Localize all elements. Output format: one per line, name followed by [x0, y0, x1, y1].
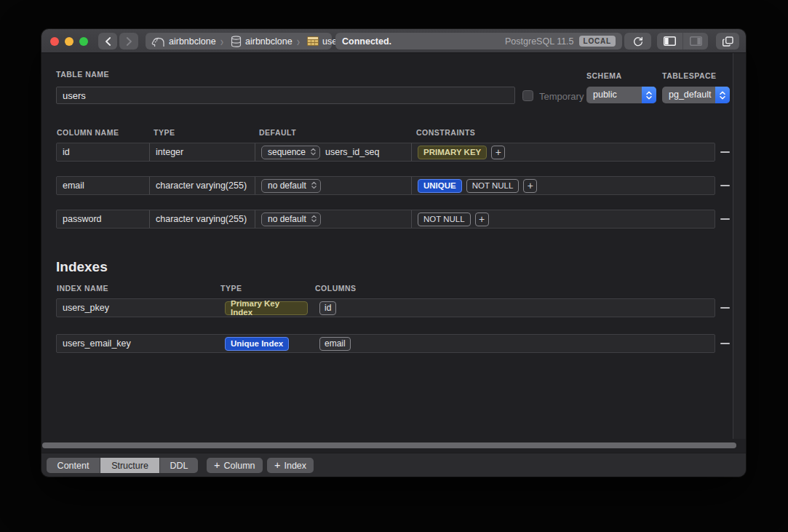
column-row: email character varying(255) no default …	[56, 176, 715, 195]
column-name-cell[interactable]: id	[57, 143, 150, 161]
index-row: users_email_key Unique Index email	[56, 334, 715, 353]
stepper-icon	[311, 181, 317, 189]
default-sequence-name[interactable]: users_id_seq	[325, 147, 379, 157]
stepper-icon	[642, 87, 656, 103]
windows-overlap-icon	[723, 36, 733, 47]
toggle-right-sidebar-button[interactable]	[682, 33, 708, 49]
plus-icon: +	[496, 147, 501, 157]
server-version: PostgreSQL 11.5	[505, 36, 574, 47]
postgres-elephant-icon	[151, 36, 165, 47]
index-type-badge: Unique Index	[225, 337, 289, 351]
default-kind-value: no default	[268, 180, 306, 191]
add-constraint-button[interactable]: +	[523, 179, 537, 193]
constraint-badge-not-null[interactable]: NOT NULL	[466, 179, 520, 193]
column-row: password character varying(255) no defau…	[56, 210, 715, 229]
chevron-right-icon	[126, 37, 132, 46]
bottom-toolbar: Content Structure DDL + Column + Index	[41, 453, 746, 477]
index-column-chip: email	[319, 337, 351, 351]
structure-editor: TABLE NAME Temporary SCHEMA public TABLE…	[41, 53, 746, 453]
row-comment-dash[interactable]	[720, 307, 730, 309]
chevron-left-icon	[105, 37, 111, 46]
server-location-badge: LOCAL	[579, 36, 616, 47]
schema-select[interactable]: public	[586, 87, 656, 103]
breadcrumb-server-label: airbnbclone	[169, 36, 216, 47]
table-grid-icon	[307, 36, 319, 46]
breadcrumb-database-label: airbnbclone	[245, 36, 292, 47]
constraint-badge-primary-key[interactable]: PRIMARY KEY	[418, 146, 487, 159]
close-button[interactable]	[50, 37, 59, 46]
panel-left-icon	[664, 36, 676, 46]
row-comment-dash[interactable]	[720, 151, 730, 153]
forward-button[interactable]	[119, 33, 138, 49]
tab-structure[interactable]: Structure	[100, 458, 159, 473]
toggle-left-sidebar-button[interactable]	[657, 33, 682, 49]
indexes-header-name: INDEX NAME	[57, 284, 108, 293]
breadcrumb: airbnbclone › airbnbclone ›	[146, 33, 332, 49]
indexes-header-type: TYPE	[220, 284, 242, 293]
default-kind-value: sequence	[268, 147, 306, 157]
tablespace-select[interactable]: pg_default	[662, 87, 730, 103]
default-kind-dropdown[interactable]: sequence	[261, 146, 320, 159]
zoom-button[interactable]	[79, 37, 88, 46]
column-name-cell[interactable]: email	[57, 177, 150, 194]
table-name-input[interactable]	[56, 87, 515, 104]
add-constraint-button[interactable]: +	[491, 146, 505, 159]
add-constraint-button[interactable]: +	[475, 213, 489, 226]
constraint-badge-not-null[interactable]: NOT NULL	[418, 213, 471, 226]
stepper-icon	[715, 87, 730, 103]
column-row: id integer sequence users_id_seq PRIMARY…	[56, 143, 715, 162]
index-column-chip: id	[319, 301, 336, 315]
default-kind-dropdown[interactable]: no default	[261, 213, 321, 226]
vertical-scrollbar-track[interactable]	[733, 53, 746, 439]
constraint-badge-unique[interactable]: UNIQUE	[418, 179, 462, 193]
database-icon	[231, 36, 242, 47]
column-type-cell[interactable]: character varying(255)	[150, 177, 255, 194]
panel-right-icon	[690, 36, 702, 46]
back-button[interactable]	[98, 33, 117, 49]
index-name-cell[interactable]: users_pkey	[57, 299, 219, 317]
view-mode-segmented-control: Content Structure DDL	[47, 458, 198, 473]
column-type-cell[interactable]: character varying(255)	[150, 210, 255, 228]
columns-header-name: COLUMN NAME	[57, 128, 119, 137]
row-comment-dash[interactable]	[720, 218, 730, 220]
default-kind-dropdown[interactable]: no default	[261, 179, 321, 193]
add-index-label: Index	[284, 461, 306, 471]
add-column-button[interactable]: + Column	[207, 458, 263, 473]
minimize-button[interactable]	[65, 37, 73, 46]
tablespace-label: TABLESPACE	[662, 71, 717, 80]
columns-header-type: TYPE	[154, 128, 175, 137]
column-type-cell[interactable]: integer	[150, 143, 255, 161]
show-all-windows-button[interactable]	[716, 33, 739, 49]
connection-status: Connected.	[342, 36, 505, 47]
connection-statusbar: Connected. PostgreSQL 11.5 LOCAL	[335, 33, 622, 49]
tab-content[interactable]: Content	[47, 458, 100, 473]
refresh-icon	[633, 36, 643, 47]
tab-ddl[interactable]: DDL	[159, 458, 198, 473]
schema-value: public	[586, 90, 642, 100]
schema-label: SCHEMA	[586, 71, 622, 80]
row-comment-dash[interactable]	[720, 343, 730, 344]
breadcrumb-separator-icon: ›	[295, 33, 301, 49]
table-name-label: TABLE NAME	[56, 70, 109, 79]
plus-icon: +	[214, 459, 220, 471]
indexes-section-title: Indexes	[56, 259, 108, 275]
breadcrumb-server[interactable]: airbnbclone	[146, 33, 219, 49]
stepper-icon	[311, 148, 316, 156]
breadcrumb-separator-icon: ›	[219, 33, 225, 49]
add-index-button[interactable]: + Index	[267, 458, 314, 473]
breadcrumb-database[interactable]: airbnbclone	[225, 33, 295, 49]
refresh-button[interactable]	[624, 33, 651, 49]
plus-icon: +	[274, 459, 280, 471]
default-kind-value: no default	[268, 214, 306, 224]
index-row: users_pkey Primary Key Index id	[56, 298, 715, 317]
horizontal-scrollbar-thumb[interactable]	[42, 442, 736, 448]
index-name-cell[interactable]: users_email_key	[57, 335, 219, 352]
temporary-checkbox[interactable]	[522, 90, 533, 101]
row-comment-dash[interactable]	[720, 185, 730, 186]
titlebar: airbnbclone › airbnbclone ›	[41, 29, 746, 53]
tablespace-value: pg_default	[662, 90, 715, 100]
temporary-label: Temporary	[539, 91, 584, 102]
plus-icon: +	[528, 180, 533, 191]
column-name-cell[interactable]: password	[57, 210, 150, 228]
index-type-badge: Primary Key Index	[225, 301, 308, 315]
